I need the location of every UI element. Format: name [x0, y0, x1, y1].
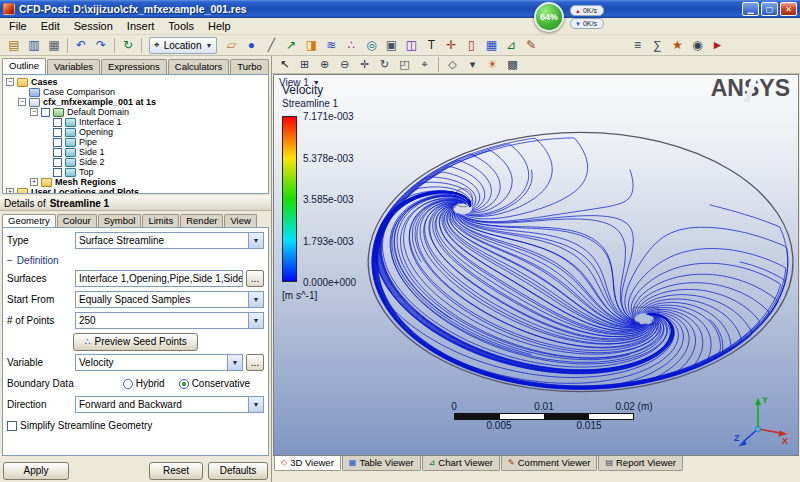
- start-from-select[interactable]: Equally Spaced Samples ▼: [75, 291, 264, 308]
- conservative-radio[interactable]: [179, 379, 189, 389]
- tree-item-mesh-regions[interactable]: +Mesh Regions: [3, 177, 268, 187]
- menu-tools[interactable]: Tools: [161, 19, 201, 33]
- zoom-in-icon[interactable]: ⊕: [315, 57, 334, 73]
- pan-icon[interactable]: ✛: [355, 57, 374, 73]
- refresh-icon[interactable]: ↻: [118, 36, 138, 54]
- tree-item-opening[interactable]: Opening: [3, 127, 268, 137]
- tab-outline[interactable]: Outline: [2, 58, 46, 74]
- legend-icon[interactable]: ▯: [461, 36, 481, 54]
- surfaces-input[interactable]: Interface 1,Opening,Pipe,Side 1,Side 2,T…: [75, 270, 243, 287]
- box-zoom-icon[interactable]: ⊞: [295, 57, 314, 73]
- detail-tab-geometry[interactable]: Geometry: [2, 214, 56, 227]
- text-icon[interactable]: T: [421, 36, 441, 54]
- menu-help[interactable]: Help: [201, 19, 238, 33]
- snapshot-icon[interactable]: ◉: [687, 36, 707, 54]
- detail-tab-symbol[interactable]: Symbol: [98, 214, 142, 227]
- macro-calculator-icon[interactable]: ★: [667, 36, 687, 54]
- tree-item-side-1[interactable]: Side 1: [3, 147, 268, 157]
- tab-table-viewer[interactable]: ▦Table Viewer: [342, 456, 421, 471]
- point-icon[interactable]: ●: [241, 36, 261, 54]
- tab-3d-viewer[interactable]: ◇3D Viewer: [274, 456, 341, 471]
- location-dropdown[interactable]: ⌖ Location ▼: [149, 37, 217, 54]
- save-state-icon[interactable]: ▥: [24, 36, 44, 54]
- center-view-icon[interactable]: ⌖: [415, 57, 434, 73]
- tree-checkbox[interactable]: [53, 118, 62, 127]
- light-icon[interactable]: ☀: [483, 57, 502, 73]
- chart-icon[interactable]: ⊿: [501, 36, 521, 54]
- simplify-checkbox[interactable]: [7, 421, 17, 431]
- slice-plane-icon[interactable]: ◫: [401, 36, 421, 54]
- tree-expander-icon[interactable]: −: [6, 78, 14, 86]
- redo-icon[interactable]: ↷: [91, 36, 111, 54]
- hybrid-radio[interactable]: [123, 379, 133, 389]
- defaults-button[interactable]: Defaults: [208, 462, 268, 480]
- isosurface-icon[interactable]: ◎: [361, 36, 381, 54]
- tab-comment-viewer[interactable]: ✎Comment Viewer: [501, 456, 597, 471]
- chevron-down-icon[interactable]: ▼: [248, 313, 263, 328]
- vector-icon[interactable]: ↗: [281, 36, 301, 54]
- tree-checkbox[interactable]: [53, 138, 62, 147]
- volume-icon[interactable]: ▣: [381, 36, 401, 54]
- menu-insert[interactable]: Insert: [120, 19, 162, 33]
- detail-tab-render[interactable]: Render: [180, 214, 223, 227]
- tab-report-viewer[interactable]: ▤Report Viewer: [598, 456, 683, 471]
- tree-item-cases[interactable]: −Cases: [3, 77, 268, 87]
- variable-select[interactable]: Velocity ▼: [75, 354, 243, 371]
- tree-expander-icon[interactable]: −: [18, 98, 26, 106]
- preview-seed-points-button[interactable]: ∴ Preview Seed Points: [73, 333, 198, 351]
- tree-checkbox[interactable]: [53, 168, 62, 177]
- perspective-icon[interactable]: ◇: [443, 57, 462, 73]
- undo-icon[interactable]: ↶: [71, 36, 91, 54]
- chevron-down-icon[interactable]: ▼: [248, 397, 263, 412]
- tree-checkbox[interactable]: [53, 148, 62, 157]
- tree-item-default-domain[interactable]: −Default Domain: [3, 107, 268, 117]
- tree-checkbox[interactable]: [41, 108, 50, 117]
- menu-edit[interactable]: Edit: [34, 19, 67, 33]
- tab-chart-viewer[interactable]: ⊿Chart Viewer: [422, 456, 500, 471]
- reset-button[interactable]: Reset: [149, 462, 203, 480]
- apply-button[interactable]: Apply: [3, 462, 69, 480]
- tree-checkbox[interactable]: [53, 158, 62, 167]
- tree-item-user-locations-and-plots[interactable]: +User Locations and Plots: [3, 187, 268, 194]
- tree-checkbox[interactable]: [53, 128, 62, 137]
- plane-icon[interactable]: ▱: [221, 36, 241, 54]
- animation-icon[interactable]: ►: [707, 36, 727, 54]
- load-results-icon[interactable]: ▤: [4, 36, 24, 54]
- comment-icon[interactable]: ✎: [521, 36, 541, 54]
- print-icon[interactable]: ▦: [44, 36, 64, 54]
- detail-tab-view[interactable]: View: [224, 214, 256, 227]
- detail-tab-limits[interactable]: Limits: [142, 214, 179, 227]
- wireframe-icon[interactable]: ▩: [503, 57, 522, 73]
- points-input[interactable]: 250 ▼: [75, 312, 264, 329]
- minimize-button[interactable]: ▁: [742, 2, 759, 16]
- views-dropdown-icon[interactable]: ▾: [463, 57, 482, 73]
- tab-variables[interactable]: Variables: [47, 59, 100, 74]
- tree-item-top[interactable]: Top: [3, 167, 268, 177]
- contour-icon[interactable]: ◨: [301, 36, 321, 54]
- chevron-down-icon[interactable]: ▼: [248, 292, 263, 307]
- table-icon[interactable]: ▦: [481, 36, 501, 54]
- tree-item-cfx-mfxexample-001-at-1s[interactable]: −cfx_mfxexample_001 at 1s: [3, 97, 268, 107]
- variable-picker-button[interactable]: ...: [246, 354, 264, 371]
- viewport-3d[interactable]: View 1 ▼ ANSYS Velocity Streamline 1 7.1…: [273, 74, 799, 456]
- surfaces-picker-button[interactable]: ...: [246, 270, 264, 287]
- rotate-icon[interactable]: ↻: [375, 57, 394, 73]
- chevron-down-icon[interactable]: ▼: [227, 355, 242, 370]
- function-calculator-icon[interactable]: ∑: [647, 36, 667, 54]
- select-arrow-icon[interactable]: ↖: [275, 57, 294, 73]
- close-button[interactable]: ✕: [780, 2, 797, 16]
- detail-tab-colour[interactable]: Colour: [57, 214, 97, 227]
- direction-select[interactable]: Forward and Backward ▼: [75, 396, 264, 413]
- coord-frame-icon[interactable]: ✛: [441, 36, 461, 54]
- tree-item-case-comparison[interactable]: Case Comparison: [3, 87, 268, 97]
- tree-item-interface-1[interactable]: Interface 1: [3, 117, 268, 127]
- tree-item-pipe[interactable]: Pipe: [3, 137, 268, 147]
- definition-section[interactable]: − Definition: [7, 253, 264, 267]
- type-select[interactable]: Surface Streamline ▼: [75, 232, 264, 249]
- tab-expressions[interactable]: Expressions: [101, 59, 167, 74]
- maximize-button[interactable]: ▢: [761, 2, 778, 16]
- streamline-icon[interactable]: ≋: [321, 36, 341, 54]
- particle-track-icon[interactable]: ∴: [341, 36, 361, 54]
- tree-expander-icon[interactable]: +: [30, 178, 38, 186]
- tree-expander-icon[interactable]: +: [6, 188, 14, 194]
